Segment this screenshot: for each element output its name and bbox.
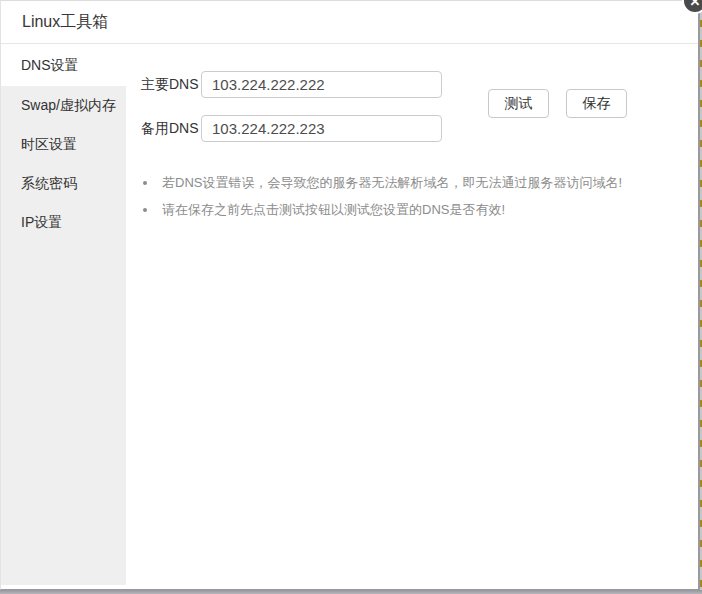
sidebar-item-swap-virtual-memory[interactable]: Swap/虚拟内存 [1,86,126,125]
dns-notes-list: 若DNS设置错误，会导致您的服务器无法解析域名，即无法通过服务器访问域名! 请在… [141,169,686,223]
dialog-header: Linux工具箱 [1,1,698,44]
screen: Linux工具箱 DNS设置 Swap/虚拟内存 时区设置 系统密码 IP设置 [0,0,702,594]
primary-dns-input[interactable] [201,71,442,98]
secondary-dns-label: 备用DNS [141,115,199,142]
dialog-title: Linux工具箱 [1,12,108,33]
sidebar-item-label: Swap/虚拟内存 [21,97,116,113]
dns-action-buttons: 测试 保存 [488,89,627,118]
save-button[interactable]: 保存 [566,89,627,118]
secondary-dns-input[interactable] [201,115,442,142]
sidebar: DNS设置 Swap/虚拟内存 时区设置 系统密码 IP设置 [1,44,126,590]
sidebar-item-dns-settings[interactable]: DNS设置 [1,44,126,86]
test-button[interactable]: 测试 [488,89,549,118]
sidebar-item-label: 时区设置 [21,136,77,152]
dialog-body: DNS设置 Swap/虚拟内存 时区设置 系统密码 IP设置 主要DNS [1,44,698,590]
background-window-bottom-edge [0,590,702,594]
dns-settings-panel: 主要DNS 备用DNS 测试 保存 若DNS设置错误，会导致您的服务器无法解析域… [126,44,698,590]
sidebar-item-label: 系统密码 [21,175,77,191]
sidebar-item-timezone-settings[interactable]: 时区设置 [1,125,126,164]
sidebar-item-ip-settings[interactable]: IP设置 [1,203,126,242]
dns-note-test-before-save: 请在保存之前先点击测试按钮以测试您设置的DNS是否有效! [141,196,686,223]
sidebar-item-system-password[interactable]: 系统密码 [1,164,126,203]
linux-toolbox-dialog: Linux工具箱 DNS设置 Swap/虚拟内存 时区设置 系统密码 IP设置 [0,0,700,590]
dns-note-wrong-dns: 若DNS设置错误，会导致您的服务器无法解析域名，即无法通过服务器访问域名! [141,169,686,196]
sidebar-item-label: IP设置 [21,214,62,230]
primary-dns-label: 主要DNS [141,71,199,98]
close-icon: ✕ [690,0,701,8]
sidebar-item-label: DNS设置 [21,57,79,73]
